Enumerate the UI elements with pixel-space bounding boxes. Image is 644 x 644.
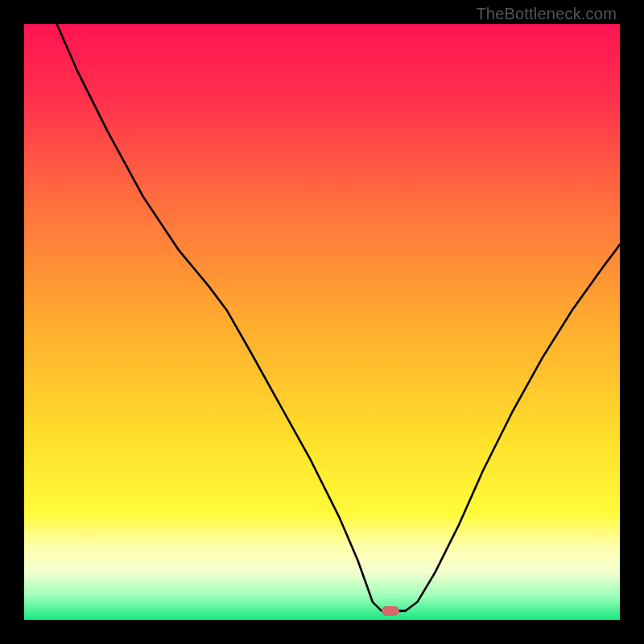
plot-area <box>24 24 620 620</box>
optimum-marker <box>382 606 399 616</box>
chart-frame: TheBottleneck.com <box>0 0 644 644</box>
bottleneck-curve <box>24 24 620 620</box>
watermark-text: TheBottleneck.com <box>476 5 617 23</box>
